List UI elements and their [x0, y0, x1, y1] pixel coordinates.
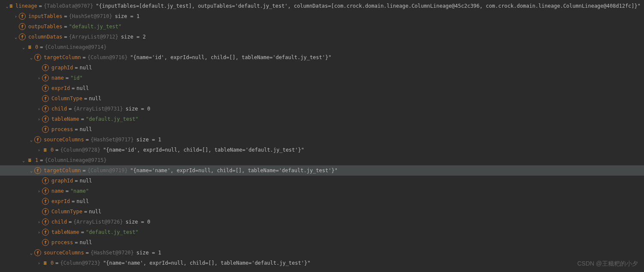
equals-sign: =	[69, 106, 72, 112]
object-reference: {TableData@9707}	[44, 3, 93, 9]
chevron-right-icon[interactable]: ›	[36, 148, 42, 152]
string-value: "default.jy_test"	[86, 229, 138, 235]
chevron-right-icon[interactable]: ›	[36, 220, 42, 224]
equals-sign: =	[75, 239, 78, 245]
object-summary: "{name='name', exprId=null, child=[], ta…	[130, 167, 338, 173]
field-icon: f	[42, 95, 49, 102]
chevron-right-icon[interactable]: ›	[13, 14, 19, 19]
field-icon: f	[34, 167, 41, 174]
tree-row[interactable]: ›fchild = {ArrayList@9726}size = 0	[0, 217, 644, 227]
field-icon: f	[42, 126, 49, 133]
variable-name: outpuTables	[28, 24, 62, 30]
object-summary: "{name='id', exprId=null, child=[], tabl…	[130, 54, 332, 60]
chevron-down-icon[interactable]: ⌄	[21, 158, 27, 163]
variable-name: tableName	[51, 116, 79, 122]
equals-sign: =	[69, 219, 72, 225]
tree-row[interactable]: ⌄≡lineage = {TableData@9707}"{inputTable…	[0, 1, 644, 11]
value: null	[80, 178, 92, 184]
watermark: CSDN @王糍粑的小夕	[577, 260, 638, 268]
tree-row[interactable]: ›≡0 = {Column@9728}"{name='id', exprId=n…	[0, 145, 644, 155]
chevron-right-icon[interactable]: ›	[36, 107, 42, 111]
equals-sign: =	[66, 75, 69, 81]
field-icon: f	[34, 136, 41, 143]
tree-row[interactable]: ›finputTables = {HashSet@9710}size = 1	[0, 11, 644, 21]
tree-row[interactable]: ·fgraphId = null	[0, 176, 644, 186]
variable-name: exprId	[51, 85, 70, 91]
chevron-right-icon[interactable]: ›	[36, 230, 42, 235]
variable-name: child	[51, 219, 67, 225]
equals-sign: =	[86, 250, 89, 256]
equals-sign: =	[81, 116, 84, 122]
chevron-right-icon[interactable]: ›	[36, 261, 42, 266]
object-reference: {Column@9719}	[87, 167, 128, 173]
tree-row[interactable]: ·fprocess = null	[0, 124, 644, 135]
variable-name: name	[51, 188, 64, 194]
tree-row[interactable]: ›fname = "id"	[0, 73, 644, 83]
field-icon: f	[19, 33, 26, 40]
tree-row[interactable]: ⌄fsourceColumns = {HashSet@9717}size = 1	[0, 135, 644, 145]
chevron-right-icon[interactable]: ›	[36, 189, 42, 194]
equals-sign: =	[40, 44, 43, 50]
tree-row[interactable]: ›ftableName = "default.jy_test"	[0, 227, 644, 237]
variable-name: 0	[51, 260, 54, 266]
tree-row[interactable]: ⌄ftargetColumn = {Column@9719}"{name='na…	[0, 165, 644, 176]
variable-name: process	[51, 239, 73, 245]
object-summary: "{name='id', exprId=null, child=[], tabl…	[103, 147, 304, 153]
variable-name: tableName	[51, 229, 79, 235]
chevron-down-icon[interactable]: ⌄	[28, 251, 34, 255]
tree-row[interactable]: ›fname = "name"	[0, 186, 644, 196]
tree-row[interactable]: ·fprocess = null	[0, 237, 644, 248]
tree-row[interactable]: ›≡0 = {Column@9723}"{name='name', exprId…	[0, 258, 644, 268]
object-reference: {Column@9728}	[60, 147, 100, 153]
field-icon: f	[42, 198, 49, 205]
equals-sign: =	[55, 260, 58, 266]
field-icon: f	[42, 208, 49, 215]
chevron-down-icon[interactable]: ⌄	[28, 168, 34, 173]
tree-row[interactable]: ›fchild = {ArrayList@9731}size = 0	[0, 104, 644, 114]
value: null	[80, 239, 92, 245]
tree-row[interactable]: ⌄≡0 = {ColumnLineage@9714}	[0, 42, 644, 52]
collection-size: size = 1	[136, 250, 161, 256]
variable-name: graphId	[51, 65, 73, 71]
object-reference: {ColumnLineage@9715}	[45, 157, 107, 163]
tree-row[interactable]: ›ftableName = "default.jy_test"	[0, 114, 644, 124]
tree-row[interactable]: ⌄≡1 = {ColumnLineage@9715}	[0, 155, 644, 165]
value: null	[80, 126, 92, 132]
field-icon: f	[34, 249, 41, 256]
equals-sign: =	[83, 167, 86, 173]
string-value: "name"	[70, 188, 89, 194]
chevron-down-icon[interactable]: ⌄	[28, 55, 34, 60]
tree-row[interactable]: ⌄fcolumnDatas = {ArrayList@9712}size = 2	[0, 32, 644, 42]
field-icon: f	[19, 13, 26, 20]
collection-size: size = 1	[136, 137, 161, 143]
chevron-right-icon[interactable]: ›	[36, 117, 42, 122]
variable-name: targetColumn	[44, 167, 81, 173]
equals-sign: =	[75, 126, 78, 132]
tree-row[interactable]: ⌄ftargetColumn = {Column@9716}"{name='id…	[0, 52, 644, 63]
chevron-down-icon[interactable]: ⌄	[28, 137, 34, 142]
value: null	[77, 198, 89, 204]
string-value: "default.jy_test"	[86, 116, 138, 122]
tree-row[interactable]: ·foutpuTables = "default.jy_test"	[0, 21, 644, 32]
tree-row[interactable]: ·fColumnType = null	[0, 93, 644, 104]
field-icon: f	[42, 177, 49, 184]
tree-row[interactable]: ⌄fsourceColumns = {HashSet@9720}size = 1	[0, 248, 644, 258]
tree-row[interactable]: ·fexprId = null	[0, 83, 644, 93]
object-reference: {ColumnLineage@9714}	[45, 44, 107, 50]
chevron-down-icon[interactable]: ⌄	[5, 4, 9, 9]
chevron-down-icon[interactable]: ⌄	[21, 45, 27, 50]
field-icon: f	[42, 188, 49, 194]
debugger-variables-tree[interactable]: ⌄≡lineage = {TableData@9707}"{inputTable…	[0, 0, 644, 268]
collection-size: size = 2	[121, 34, 146, 40]
tree-row[interactable]: ·fexprId = null	[0, 196, 644, 206]
variable-name: exprId	[51, 198, 70, 204]
tree-row[interactable]: ·fColumnType = null	[0, 206, 644, 217]
object-icon: ≡	[9, 3, 13, 9]
chevron-down-icon[interactable]: ⌄	[13, 35, 19, 39]
chevron-right-icon[interactable]: ›	[36, 76, 42, 81]
collection-size: size = 0	[126, 106, 150, 112]
variable-name: sourceColumns	[44, 137, 84, 143]
variable-name: targetColumn	[44, 54, 81, 60]
tree-row[interactable]: ·fgraphId = null	[0, 63, 644, 73]
object-reference: {HashSet@9720}	[90, 250, 134, 256]
